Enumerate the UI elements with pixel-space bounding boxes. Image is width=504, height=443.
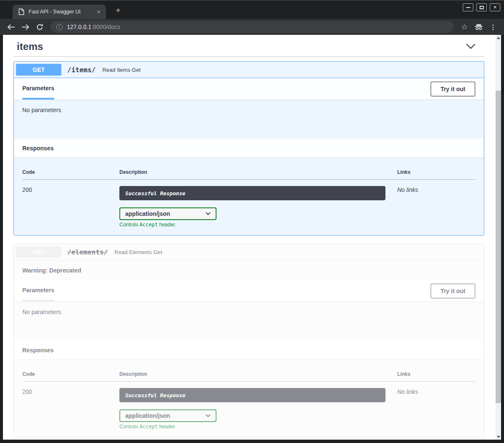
swagger-ui: items GET /items/ Read Items Get Paramet…	[3, 35, 501, 440]
response-row: 200 Successful Response application/json	[22, 180, 475, 228]
tag-section-header: items	[13, 37, 484, 57]
scroll-down-icon	[497, 436, 500, 438]
reload-icon	[36, 24, 43, 31]
parameters-body: No parameters	[14, 100, 484, 139]
scrollbar-thumb[interactable]	[496, 91, 501, 403]
select-chevron-icon	[206, 414, 211, 417]
new-tab-button[interactable]: +	[113, 5, 124, 16]
operation-path: /elements/	[67, 248, 108, 256]
url-text: 127.0.0.1:8000/docs	[67, 24, 120, 30]
operation-description: Read Items Get	[102, 67, 140, 73]
parameters-body: No parameters	[14, 301, 484, 341]
responses-title: Responses	[22, 145, 54, 152]
operation-summary[interactable]: GET /elements/ Read Elements Get	[14, 244, 484, 260]
back-button[interactable]	[5, 21, 17, 33]
status-code: 200	[22, 185, 119, 193]
maximize-icon	[480, 6, 484, 9]
address-bar[interactable]: i 127.0.0.1:8000/docs	[50, 21, 454, 33]
media-type-value: application/json	[125, 412, 170, 419]
col-header-description: Description	[119, 163, 397, 180]
url-host: 127.0.0.1	[67, 24, 91, 30]
scroll-down-button[interactable]	[496, 434, 501, 440]
responses-title: Responses	[22, 347, 54, 354]
tab-title: Fast API - Swagger UI	[29, 9, 95, 15]
links-value: No links	[397, 185, 475, 193]
site-info-icon[interactable]: i	[56, 24, 63, 30]
parameters-title: Parameters	[22, 287, 54, 294]
try-it-out-button[interactable]: Try it out	[430, 81, 475, 97]
chevron-down-icon	[466, 43, 476, 49]
col-header-links: Links	[397, 365, 475, 382]
response-row: 200 Successful Response application/json	[22, 382, 475, 430]
url-path: :8000/docs	[91, 24, 120, 30]
tag-title: items	[17, 41, 43, 52]
response-description-box: Successful Response	[119, 388, 385, 402]
incognito-icon	[473, 21, 485, 33]
scroll-up-button[interactable]	[496, 35, 501, 41]
parameters-title: Parameters	[22, 85, 54, 92]
response-description-box: Successful Response	[119, 186, 385, 200]
status-code: 200	[22, 387, 119, 395]
responses-header: Responses	[14, 139, 484, 157]
method-badge: GET	[16, 246, 61, 258]
browser-window: Fast API - Swagger UI × + ✕	[0, 0, 504, 443]
page-favicon-icon	[18, 8, 24, 15]
links-value: No links	[397, 387, 475, 395]
parameters-tab: Parameters	[22, 78, 54, 100]
media-type-select[interactable]: application/json	[119, 207, 216, 220]
col-header-code: Code	[22, 365, 119, 382]
method-badge: GET	[16, 64, 61, 76]
collapse-tag-button[interactable]	[466, 43, 476, 50]
media-type-value: application/json	[125, 210, 170, 217]
minimize-button[interactable]	[463, 3, 473, 11]
operation-description: Read Elements Get	[114, 249, 162, 255]
browser-menu-icon[interactable]: ⋮	[487, 23, 499, 31]
tab-close-icon[interactable]: ×	[95, 8, 103, 16]
close-button[interactable]: ✕	[490, 3, 500, 11]
reload-button[interactable]	[34, 21, 45, 33]
accept-header-note: Controls Accept header.	[119, 424, 397, 430]
forward-button[interactable]	[19, 21, 31, 33]
operation-summary[interactable]: GET /items/ Read Items Get	[14, 62, 484, 78]
scroll-up-icon	[497, 37, 500, 39]
responses-table: Code Description Links 200 Successful Re…	[14, 359, 484, 437]
browser-toolbar: i 127.0.0.1:8000/docs ☆ ⋮	[0, 19, 504, 35]
page-viewport: items GET /items/ Read Items Get Paramet…	[3, 35, 501, 440]
accept-header-note: Controls Accept header.	[119, 222, 397, 228]
arrow-right-icon	[21, 24, 29, 30]
browser-tab[interactable]: Fast API - Swagger UI ×	[13, 5, 106, 19]
try-it-out-button[interactable]: Try it out	[430, 283, 475, 299]
media-type-select[interactable]: application/json	[119, 409, 216, 422]
responses-header: Responses	[14, 341, 484, 359]
titlebar: Fast API - Swagger UI × + ✕	[0, 0, 504, 19]
page-scrollbar[interactable]	[496, 35, 501, 440]
col-header-links: Links	[397, 163, 475, 180]
minimize-icon	[466, 7, 470, 8]
window-controls: ✕	[463, 3, 500, 11]
operation-path: /items/	[67, 66, 95, 74]
parameters-header: Parameters Try it out	[14, 280, 484, 301]
deprecation-warning: Warning: Deprecated	[14, 260, 484, 280]
opblock-get-elements-deprecated: GET /elements/ Read Elements Get Warning…	[13, 244, 484, 438]
select-chevron-icon	[206, 212, 211, 215]
maximize-button[interactable]	[476, 3, 487, 11]
col-header-description: Description	[119, 365, 397, 382]
parameters-header: Parameters Try it out	[14, 78, 484, 100]
col-header-code: Code	[22, 163, 119, 180]
responses-table: Code Description Links 200 Successful Re…	[14, 157, 484, 235]
arrow-left-icon	[7, 24, 15, 30]
opblock-get-items: GET /items/ Read Items Get Parameters Tr…	[13, 61, 484, 236]
parameters-tab: Parameters	[22, 280, 54, 301]
bookmark-star-icon[interactable]: ☆	[459, 22, 470, 31]
